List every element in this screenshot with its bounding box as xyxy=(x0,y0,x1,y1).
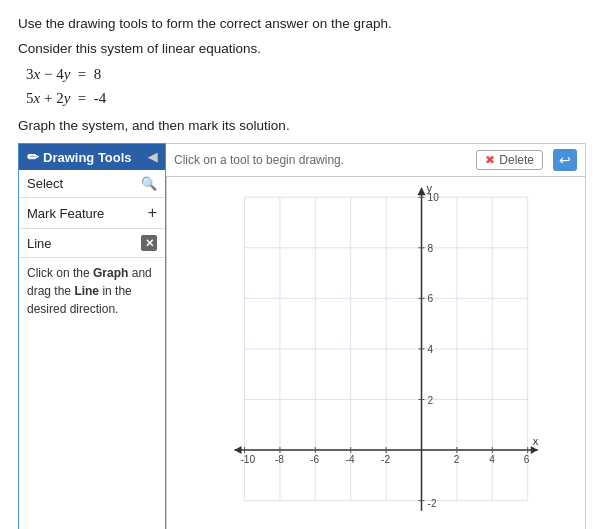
line-tool[interactable]: Line ✕ xyxy=(19,229,165,258)
undo-icon: ↩ xyxy=(559,152,571,168)
select-tool[interactable]: Select 🔍 xyxy=(19,170,165,198)
hint-line-text: Line xyxy=(74,284,99,298)
tick-x-neg6: -6 xyxy=(310,454,319,465)
undo-button[interactable]: ↩ xyxy=(553,149,577,171)
main-area: ✏ Drawing Tools ◀ Select 🔍 Mark Feature … xyxy=(18,143,586,529)
graph-svg: .grid { stroke: #d0d8e8; stroke-width: 0… xyxy=(167,177,585,529)
drawing-tools-panel: ✏ Drawing Tools ◀ Select 🔍 Mark Feature … xyxy=(18,143,166,529)
graph-canvas[interactable]: .grid { stroke: #d0d8e8; stroke-width: 0… xyxy=(166,177,586,529)
tools-header: ✏ Drawing Tools ◀ xyxy=(19,144,165,170)
hint-box: Click on the Graph and drag the Line in … xyxy=(19,258,165,324)
select-icon: 🔍 xyxy=(141,176,157,191)
svg-marker-20 xyxy=(417,187,425,195)
graph-toolbar-hint: Click on a tool to begin drawing. xyxy=(174,153,466,167)
line-label: Line xyxy=(27,236,52,251)
svg-marker-18 xyxy=(234,446,241,454)
tick-x-4: 4 xyxy=(489,454,495,465)
mark-feature-label: Mark Feature xyxy=(27,206,104,221)
x-axis-label: x xyxy=(533,435,539,447)
graph-toolbar: Click on a tool to begin drawing. ✖ Dele… xyxy=(166,143,586,177)
delete-label: Delete xyxy=(499,153,534,167)
page: Use the drawing tools to form the correc… xyxy=(0,0,604,529)
select-label: Select xyxy=(27,176,63,191)
tick-y-8: 8 xyxy=(428,243,434,254)
tick-y-4: 4 xyxy=(428,344,434,355)
hint-graph-text: Graph xyxy=(93,266,128,280)
consider-text: Consider this system of linear equations… xyxy=(18,41,586,56)
pencil-icon: ✏ xyxy=(27,149,39,165)
tick-x-neg8: -8 xyxy=(275,454,284,465)
graph-instruction-text: Graph the system, and then mark its solu… xyxy=(18,118,586,133)
equation-2: 5x + 2y = -4 xyxy=(26,86,586,110)
collapse-arrow-icon[interactable]: ◀ xyxy=(148,150,157,164)
delete-button[interactable]: ✖ Delete xyxy=(476,150,543,170)
tick-x-2: 2 xyxy=(454,454,460,465)
delete-circle-icon: ✖ xyxy=(485,153,495,167)
mark-feature-tool[interactable]: Mark Feature + xyxy=(19,198,165,229)
tick-y-6: 6 xyxy=(428,293,434,304)
graph-area: Click on a tool to begin drawing. ✖ Dele… xyxy=(166,143,586,529)
equation-1: 3x − 4y = 8 xyxy=(26,62,586,86)
equations-block: 3x − 4y = 8 5x + 2y = -4 xyxy=(26,62,586,110)
tick-y-2: 2 xyxy=(428,395,434,406)
hint-text-part1: Click on the xyxy=(27,266,93,280)
tools-header-label: Drawing Tools xyxy=(43,150,132,165)
tick-y-10: 10 xyxy=(428,192,440,203)
tick-x-6: 6 xyxy=(524,454,530,465)
tick-x-neg4: -4 xyxy=(346,454,355,465)
x-icon: ✕ xyxy=(141,235,157,251)
svg-marker-17 xyxy=(531,446,538,454)
tick-y-neg2: -2 xyxy=(428,498,437,509)
tick-x-neg2: -2 xyxy=(381,454,390,465)
tick-x-neg10: -10 xyxy=(240,454,255,465)
instructions-text: Use the drawing tools to form the correc… xyxy=(18,16,586,31)
plus-icon: + xyxy=(148,204,157,222)
